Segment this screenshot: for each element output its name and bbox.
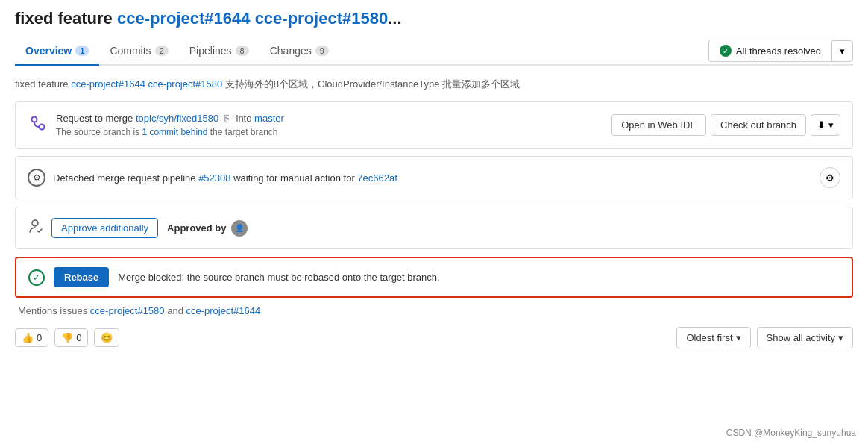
rebase-button[interactable]: Rebase xyxy=(54,267,109,287)
tab-overview-badge: 1 xyxy=(75,46,89,56)
thumbs-down-icon: 👎 xyxy=(61,332,73,343)
thumbs-down-button[interactable]: 👎 0 xyxy=(54,328,88,347)
tab-commits-label: Commits xyxy=(110,45,151,57)
rebase-message: Merge blocked: the source branch must be… xyxy=(118,272,439,283)
title-link1[interactable]: cce-project#1644 xyxy=(117,9,251,28)
tab-overview-label: Overview xyxy=(25,45,72,57)
reaction-bar: 👍 0 👎 0 😊 Oldest first ▾ Show all activi… xyxy=(15,327,853,348)
all-threads-button[interactable]: ✓ All threads resolved xyxy=(708,40,831,62)
sort-chevron-icon: ▾ xyxy=(736,332,741,343)
tab-changes-label: Changes xyxy=(270,45,312,57)
settings-icon: ⚙ xyxy=(825,172,834,184)
approved-by-label: Approved by 👤 xyxy=(167,220,247,237)
mentions-middle: and xyxy=(165,305,186,316)
all-threads-dropdown-button[interactable]: ▾ xyxy=(831,40,853,62)
tab-changes-badge: 9 xyxy=(315,46,329,56)
activity-chevron-icon: ▾ xyxy=(838,332,843,343)
commit-behind-link[interactable]: 1 commit behind xyxy=(142,127,207,137)
tab-commits-badge: 2 xyxy=(155,46,169,56)
activity-dropdown-button[interactable]: Show all activity ▾ xyxy=(757,327,853,348)
desc-link2[interactable]: cce-project#1580 xyxy=(148,78,223,90)
smiley-icon: 😊 xyxy=(101,332,113,343)
thumbs-up-icon: 👍 xyxy=(22,332,34,343)
merge-actions: Open in Web IDE Check out branch ⬇ ▾ xyxy=(611,114,840,136)
watermark: CSDN @MonkeyKing_sunyuhua xyxy=(726,428,856,438)
title-ellipsis: ... xyxy=(388,9,401,28)
thumbs-up-button[interactable]: 👍 0 xyxy=(15,328,48,347)
tabs-right-actions: ✓ All threads resolved ▾ xyxy=(708,40,853,62)
title-static: fixed feature xyxy=(15,9,117,28)
chevron-down-icon: ▾ xyxy=(828,119,834,131)
pipeline-commit-link[interactable]: 7ec662af xyxy=(357,172,397,184)
branch-link[interactable]: topic/syh/fixed1580 xyxy=(136,113,218,124)
mentions-link1[interactable]: cce-project#1580 xyxy=(90,305,165,316)
thumbs-up-count: 0 xyxy=(37,332,42,343)
pipeline-link[interactable]: #52308 xyxy=(198,172,230,184)
activity-label: Show all activity xyxy=(767,332,835,343)
tab-pipelines[interactable]: Pipelines 8 xyxy=(179,37,260,66)
svg-point-1 xyxy=(40,125,45,130)
approve-additionally-button[interactable]: Approve additionally xyxy=(51,218,158,238)
tabs-bar: Overview 1 Commits 2 Pipelines 8 Changes… xyxy=(15,37,853,66)
desc-text: fixed feature xyxy=(15,78,71,90)
approval-card: Approve additionally Approved by 👤 xyxy=(15,207,853,249)
approved-by-text: Approved by xyxy=(167,222,226,234)
pipeline-gear-icon: ⚙ xyxy=(28,169,45,187)
request-to-merge-text: Request to merge xyxy=(56,113,136,124)
check-circle-icon: ✓ xyxy=(720,45,732,57)
rebase-card: ✓ Rebase Merge blocked: the source branc… xyxy=(15,257,853,298)
merge-request-card: Request to merge topic/syh/fixed1580 ⎘ i… xyxy=(15,101,853,149)
sub-text1: The source branch is xyxy=(56,127,142,137)
download-icon: ⬇ xyxy=(817,119,825,131)
pipeline-settings-button[interactable]: ⚙ xyxy=(820,167,840,188)
sort-label: Oldest first xyxy=(686,332,732,343)
desc-link1[interactable]: cce-project#1644 xyxy=(71,78,145,90)
tab-changes[interactable]: Changes 9 xyxy=(260,37,339,66)
tab-pipelines-badge: 8 xyxy=(236,46,249,56)
tab-overview[interactable]: Overview 1 xyxy=(15,37,99,66)
merge-icon xyxy=(28,115,48,135)
thumbs-down-count: 0 xyxy=(76,332,81,343)
pipeline-middle: waiting for manual action for xyxy=(231,172,358,184)
mentions-line: Mentions issues cce-project#1580 and cce… xyxy=(15,305,853,316)
emoji-picker-button[interactable]: 😊 xyxy=(94,328,119,347)
desc-suffix: 支持海外的8个区域，CloudProvider/InstanceType 批量添… xyxy=(222,78,520,90)
svg-point-0 xyxy=(32,117,37,122)
mentions-link2[interactable]: cce-project#1644 xyxy=(186,305,260,316)
approval-user-icon xyxy=(28,219,43,237)
into-text: into xyxy=(236,113,255,124)
avatar: 👤 xyxy=(231,220,248,237)
pipeline-card: ⚙ Detached merge request pipeline #52308… xyxy=(15,156,853,199)
page-title: fixed feature cce-project#1644 cce-proje… xyxy=(15,9,853,28)
tab-pipelines-label: Pipelines xyxy=(189,45,232,57)
all-threads-label: All threads resolved xyxy=(736,46,821,57)
checkout-branch-button[interactable]: Check out branch xyxy=(711,114,806,136)
sub-text2: the target branch xyxy=(207,127,277,137)
more-actions-button[interactable]: ⬇ ▾ xyxy=(811,114,840,136)
open-web-ide-button[interactable]: Open in Web IDE xyxy=(611,114,706,136)
target-branch-link[interactable]: master xyxy=(254,113,284,124)
description-line: fixed feature cce-project#1644 cce-proje… xyxy=(15,78,853,91)
pipeline-prefix: Detached merge request pipeline xyxy=(53,172,198,184)
copy-branch-button[interactable]: ⎘ xyxy=(221,113,233,124)
check-green-icon: ✓ xyxy=(28,269,45,286)
mentions-prefix: Mentions issues xyxy=(18,305,90,316)
merge-info: Request to merge topic/syh/fixed1580 ⎘ i… xyxy=(56,113,604,137)
title-link2[interactable]: cce-project#1580 xyxy=(255,9,389,28)
tab-commits[interactable]: Commits 2 xyxy=(99,37,178,66)
sort-dropdown-button[interactable]: Oldest first ▾ xyxy=(676,327,750,348)
pipeline-text: Detached merge request pipeline #52308 w… xyxy=(53,172,812,184)
